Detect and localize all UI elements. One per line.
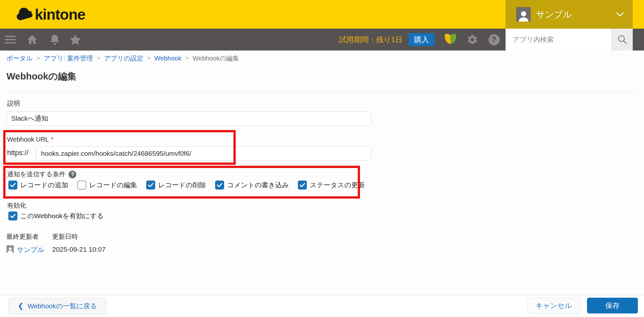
trial-period-text: 試用期間：残り1日 [339,29,402,51]
kintone-logo[interactable]: kintone [16,6,85,23]
condition-3-label: コメントの書き込み [227,181,289,190]
back-to-list-button[interactable]: ❮ Webhookの一覧に戻る [8,298,106,314]
logo-wordmark: kintone [35,6,85,23]
condition-0-label: レコードの追加 [20,181,68,190]
breadcrumb-app[interactable]: アプリ: 案件管理 [44,54,93,63]
last-updater-label: 最終更新者 [6,232,39,241]
description-input[interactable] [6,111,371,126]
page-title: Webhookの編集 [6,70,77,83]
user-name: サンプル [536,0,572,29]
app-header: kintone サンプル [0,0,644,29]
beginner-guide-icon[interactable] [443,29,458,51]
activation-label: このWebhookを有効にする [20,211,104,220]
activation-item[interactable]: このWebhookを有効にする [8,211,104,220]
breadcrumb-separator: > [36,55,40,62]
condition-4-item[interactable]: ステータスの更新 [298,181,365,190]
condition-0-checkbox[interactable] [8,181,17,190]
search-button[interactable] [611,29,633,51]
notification-bell-icon[interactable] [48,29,62,51]
activation-label: 有効化 [7,201,26,210]
search-input[interactable] [506,29,611,51]
conditions-help-icon[interactable]: ? [69,171,76,178]
breadcrumb-current: Webhookの編集 [193,54,239,63]
settings-gear-icon[interactable] [465,29,479,51]
conditions-label: 通知を送信する条件 ? [7,170,76,179]
search-icon [617,34,627,45]
save-button[interactable]: 保存 [587,298,638,313]
condition-1-label: レコードの編集 [89,181,137,190]
url-protocol-text: https:// [7,149,28,157]
breadcrumb-separator: > [147,55,151,62]
title-divider [6,92,638,92]
required-asterisk: * [51,136,53,143]
buy-button[interactable]: 購入 [409,33,434,46]
updated-at-label: 更新日時 [52,232,78,241]
help-icon[interactable]: ? [487,29,501,51]
breadcrumb-separator: > [185,55,189,62]
updater-name-link[interactable]: サンプル [17,245,44,254]
breadcrumb-webhook[interactable]: Webhook [154,55,181,62]
activation-checkbox[interactable] [8,211,17,220]
webhook-url-label: Webhook URL* [7,136,53,143]
condition-1-checkbox[interactable] [77,181,86,190]
condition-1-item[interactable]: レコードの編集 [77,181,137,190]
back-button-label: Webhookの一覧に戻る [27,302,97,311]
condition-3-item[interactable]: コメントの書き込み [215,181,289,190]
conditions-row: レコードの追加レコードの編集レコードの削除コメントの書き込みステータスの更新 [8,181,365,190]
cancel-button[interactable]: キャンセル [527,298,580,313]
cloud-icon [16,7,33,22]
footer-bar: ❮ Webhookの一覧に戻る キャンセル 保存 [0,295,644,317]
condition-2-label: レコードの削除 [158,181,206,190]
activation-row: このWebhookを有効にする [8,211,104,220]
chevron-down-icon [616,12,624,18]
description-label: 説明 [7,99,20,108]
breadcrumb: ポータル > アプリ: 案件管理 > アプリの設定 > Webhook > We… [6,54,239,63]
condition-2-checkbox[interactable] [146,181,155,190]
hamburger-menu-icon[interactable] [3,29,17,51]
user-menu[interactable]: サンプル [506,0,633,29]
question-mark-glyph: ? [488,34,500,45]
condition-0-item[interactable]: レコードの追加 [8,181,68,190]
breadcrumb-separator: > [97,55,100,62]
favorite-star-icon[interactable] [68,29,82,51]
condition-4-checkbox[interactable] [298,181,307,190]
app-search [506,29,633,51]
updated-at-value: 2025-09-21 10:07 [52,246,106,253]
webhook-url-input[interactable] [36,146,371,161]
chevron-left-icon: ❮ [18,302,24,310]
home-icon[interactable] [25,29,39,51]
condition-3-checkbox[interactable] [215,181,224,190]
condition-4-label: ステータスの更新 [310,181,365,190]
breadcrumb-portal[interactable]: ポータル [6,54,33,63]
user-avatar [516,7,531,22]
breadcrumb-app-settings[interactable]: アプリの設定 [104,54,143,63]
updater-avatar [6,245,14,253]
condition-2-item[interactable]: レコードの削除 [146,181,206,190]
